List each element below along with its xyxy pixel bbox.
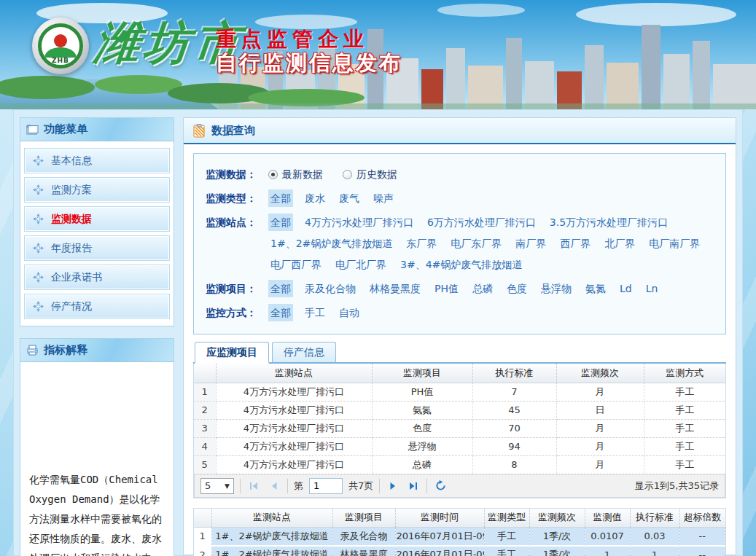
col-exceed[interactable]: 超标倍数 [679,509,725,528]
cell-station: 1#、2#锅炉废气排放烟道 [211,528,332,546]
filter-station-option[interactable]: 西厂界 [558,235,593,252]
filter-label-item: 监测项目： [206,280,268,297]
cell-method: 手工 [644,419,725,437]
filter-item-option[interactable]: Ln [644,280,660,297]
filter-type-option[interactable]: 全部 [268,189,293,207]
compass-arrow-icon [33,155,44,166]
filter-station-option[interactable]: 4万方污水处理厂排污口 [303,214,416,231]
page: ZHB 潍坊市 重点监管企业 自行监测信息发布 功能菜单 [0,0,756,556]
filter-item-option[interactable]: 汞及化合物 [303,280,358,297]
radio-latest-data[interactable]: 最新数据 [268,165,323,183]
filter-station-option[interactable]: 电厂南厂界 [647,235,702,252]
page-number-input[interactable] [309,478,343,494]
compass-arrow-icon [33,184,44,195]
sidebar-item-shutdown-status[interactable]: 停产情况 [25,294,169,318]
sidebar-item-commitment[interactable]: 企业承诺书 [25,265,169,289]
cell-exceed: -- [679,528,725,546]
tab-monitor-items[interactable]: 应监测项目 [195,342,269,364]
filter-mode-option[interactable]: 全部 [268,304,293,321]
sidebar-item-label: 年度报告 [51,242,92,255]
glossary-header: 指标解释 [20,339,174,362]
filter-item-option[interactable]: 全部 [268,280,293,297]
filter-station-option[interactable]: 电厂北厂界 [333,256,389,273]
col-frequency[interactable]: 监测频次 [556,364,644,383]
filter-station-option[interactable]: 南厂界 [513,235,548,252]
col-method[interactable]: 监测方式 [644,364,725,383]
filter-mode-option[interactable]: 自动 [337,304,362,321]
sidebar-item-monitor-plan[interactable]: 监测方案 [25,178,169,202]
cell-frequency: 1季/次 [529,528,585,546]
col-standard[interactable]: 执行标准 [630,509,679,528]
col-item[interactable]: 监测项目 [372,364,472,383]
cell-value: 0.0107 [585,528,630,546]
filter-item-option[interactable]: 林格曼黑度 [367,280,423,297]
table-row[interactable]: 1 4万方污水处理厂排污口 PH值 7 月 手工 [194,383,725,401]
col-frequency[interactable]: 监测频次 [529,509,585,528]
col-station[interactable]: 监测站点 [216,364,372,383]
table-row[interactable]: 5 4万方污水处理厂排污口 总磷 8 月 手工 [194,455,725,474]
headline-top: 重点监管企业 [216,28,402,51]
col-type[interactable]: 监测类型 [484,509,529,528]
table-row[interactable]: 2 4万方污水处理厂排污口 氨氮 45 日 手工 [194,401,725,419]
last-page-button[interactable] [406,479,421,493]
filter-row-station: 监测站点： 全部 4万方污水处理厂排污口 6万方污水处理厂排污口 3.5万方污水… [206,214,714,273]
cell-method: 手工 [644,383,725,401]
section-header: 数据查询 [184,118,736,144]
cell-standard: 1 [630,546,679,556]
filter-station-option[interactable]: 3.5万方污水处理厂排污口 [547,214,670,231]
table-row[interactable]: 1 1#、2#锅炉废气排放烟道 汞及化合物 2016年07月01日-09 手工 … [194,528,725,546]
divider [379,479,380,493]
data-table-header-row: 监测站点 监测项目 监测时间 监测类型 监测频次 监测值 执行标准 超标倍数 [194,509,725,528]
first-page-button[interactable] [246,479,261,493]
first-page-icon [249,481,259,491]
col-item[interactable]: 监测项目 [332,509,395,528]
page-size-select[interactable]: 5 ▼ [200,478,234,494]
col-standard[interactable]: 执行标准 [472,364,556,383]
filter-item-option[interactable]: PH值 [432,280,461,297]
filter-item-option[interactable]: 总磷 [470,280,495,297]
filter-station-option[interactable]: 6万方污水处理厂排污口 [425,214,538,231]
table-row[interactable]: 3 4万方污水处理厂排污口 色度 70 月 手工 [194,419,725,437]
compass-arrow-icon [33,272,44,283]
col-value[interactable]: 监测值 [585,509,630,528]
filter-station-option[interactable]: 东厂界 [404,235,439,252]
data-table-container: 监测站点 监测项目 监测时间 监测类型 监测频次 监测值 执行标准 超标倍数 1 [193,508,726,556]
filter-item-option[interactable]: 悬浮物 [539,280,574,297]
filter-item-option[interactable]: 色度 [504,280,529,297]
filter-type-option[interactable]: 废气 [337,189,362,207]
cell-item: 氨氮 [372,401,472,419]
table-row[interactable]: 4 4万方污水处理厂排污口 悬浮物 94 月 手工 [194,437,725,455]
tab-shutdown-info[interactable]: 停产信息 [272,342,336,362]
filter-station-option[interactable]: 电厂西厂界 [268,256,324,273]
cell-standard: 7 [472,383,556,401]
headline-bottom: 自行监测信息发布 [216,51,402,75]
sidebar-item-annual-report[interactable]: 年度报告 [25,236,169,260]
filter-station-option[interactable]: 电厂东厂界 [448,235,504,252]
cell-standard: 70 [472,419,556,437]
filter-row-data: 监测数据： 最新数据 历史数据 [206,165,714,183]
filter-item-option[interactable]: 氨氮 [583,280,608,297]
filter-type-option[interactable]: 噪声 [371,189,396,207]
filter-mode-option[interactable]: 手工 [303,304,327,321]
logo-zhb-text: ZHB [42,57,79,64]
filter-station-option[interactable]: 1#、2#锅炉废气排放烟道 [268,235,394,252]
filter-station-option[interactable]: 全部 [268,214,293,231]
filter-type-option[interactable]: 废水 [303,189,327,207]
sidebar-item-basic-info[interactable]: 基本信息 [25,149,169,173]
filter-item-option[interactable]: Ld [617,280,634,297]
cell-frequency: 月 [556,383,644,401]
filter-station-option[interactable]: 北厂界 [602,235,637,252]
next-page-button[interactable] [386,479,400,493]
sidebar-item-monitor-data[interactable]: 监测数据 [25,207,169,231]
table-row[interactable]: 2 1#、2#锅炉废气排放烟道 林格曼黑度 2016年07月01日-09 手工 … [194,546,725,556]
col-time[interactable]: 监测时间 [395,509,484,528]
prev-page-button[interactable] [267,479,281,493]
col-station[interactable]: 监测站点 [211,509,332,528]
filter-station-option[interactable]: 3#、4#锅炉废气排放烟道 [398,256,524,273]
cell-station: 1#、2#锅炉废气排放烟道 [211,546,332,556]
refresh-button[interactable] [433,479,448,493]
radio-history-data[interactable]: 历史数据 [343,165,397,183]
plan-table-container: 监测站点 监测项目 执行标准 监测频次 监测方式 1 4万方污水处理厂排污口 P… [193,364,726,498]
radio-selected-icon[interactable] [268,170,278,179]
radio-unselected-icon[interactable] [343,170,352,179]
